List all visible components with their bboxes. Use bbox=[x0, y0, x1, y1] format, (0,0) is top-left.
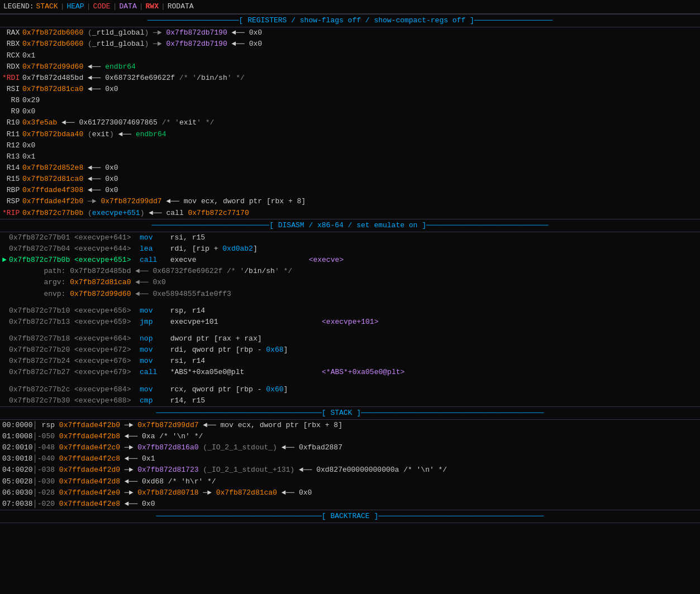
legend-data: DATA bbox=[120, 1, 137, 12]
reg-rsp: RSP 0x7ffdade4f2b0 ─► 0x7fb872d99dd7 ◄──… bbox=[2, 196, 698, 207]
disasm-row-9: 0x7fb872c77b27 <execvpe+679> call *ABS*+… bbox=[2, 367, 698, 378]
disasm-row-5: 0x7fb872c77b13 <execvpe+659> jmp execvpe… bbox=[2, 317, 698, 328]
stack-row-4: 04:0020 │ -038 0x7ffdade4f2d0 ─► 0x7fb87… bbox=[2, 464, 698, 476]
reg-r14: R14 0x7fb872d852e8 ◄── 0x0 bbox=[2, 162, 698, 174]
legend-rwx: RWX bbox=[146, 1, 159, 12]
reg-rbp: RBP 0x7ffdade4f308 ◄── 0x0 bbox=[2, 185, 698, 196]
disasm-row-7: 0x7fb872c77b20 <execvpe+672> mov rdi, qw… bbox=[2, 344, 698, 356]
legend-rodata: RODATA bbox=[168, 1, 194, 12]
reg-rsi: RSI 0x7fb872d81ca0 ◄── 0x0 bbox=[2, 84, 698, 95]
disasm-row-10: 0x7fb872c77b2c <execvpe+684> mov rcx, qw… bbox=[2, 384, 698, 395]
disasm-section: 0x7fb872c77b01 <execvpe+641> mov rsi, r1… bbox=[0, 232, 700, 406]
reg-r13: R13 0x1 bbox=[2, 151, 698, 162]
reg-r8: R8 0x29 bbox=[2, 95, 698, 106]
stack-row-5: 05:0028 │ -030 0x7ffdade4f2d8 ◄── 0xd68 … bbox=[2, 476, 698, 487]
stack-row-7: 07:0038 │ -020 0x7ffdade4f2e8 ◄── 0x0 bbox=[2, 499, 698, 510]
reg-r10: R10 0x3fe5ab ◄── 0x6172730074697865 /* '… bbox=[2, 117, 698, 128]
reg-rdx: RDX 0x7fb872d99d60 ◄── endbr64 bbox=[2, 61, 698, 73]
reg-rip: *RIP 0x7fb872c77b0b (execvpe+651) ◄── ca… bbox=[2, 208, 698, 219]
reg-rdi: *RDI 0x7fb872d485bd ◄── 0x68732f6e69622f… bbox=[2, 73, 698, 84]
stack-section: 00:0000 │ rsp 0x7ffdade4f2b0 ─► 0x7fb872… bbox=[0, 420, 700, 510]
stack-row-6: 06:0030 │ -028 0x7ffdade4f2e0 ─► 0x7fb87… bbox=[2, 487, 698, 499]
disasm-header: ───────────────────────────[ DISASM / x8… bbox=[0, 219, 700, 232]
registers-section: RAX 0x7fb872db6060 (_rtld_global) ─► 0x7… bbox=[0, 27, 700, 218]
reg-rax: RAX 0x7fb872db6060 (_rtld_global) ─► 0x7… bbox=[2, 27, 698, 39]
legend-bar: LEGEND: STACK | HEAP | CODE | DATA | RWX… bbox=[0, 0, 700, 14]
disasm-row-active: ► 0x7fb872c77b0b <execvpe+651> call exec… bbox=[2, 255, 698, 266]
stack-row-3: 03:0018 │ -040 0x7ffdade4f2c8 ◄── 0x1 bbox=[2, 453, 698, 464]
disasm-row-2: 0x7fb872c77b04 <execvpe+644> lea rdi, [r… bbox=[2, 243, 698, 255]
reg-r11: R11 0x7fb872bdaa40 (exit) ◄── endbr64 bbox=[2, 129, 698, 140]
legend-label: LEGEND: bbox=[3, 1, 34, 12]
reg-r12: R12 0x0 bbox=[2, 140, 698, 151]
disasm-row-11: 0x7fb872c77b30 <execvpe+688> cmp r14, r1… bbox=[2, 395, 698, 406]
reg-rcx: RCX 0x1 bbox=[2, 50, 698, 61]
legend-code: CODE bbox=[93, 1, 110, 12]
disasm-arg-path: path: 0x7fb872d485bd ◄── 0x68732f6e69622… bbox=[2, 266, 698, 277]
legend-heap: HEAP bbox=[66, 1, 84, 12]
reg-r9: R9 0x0 bbox=[2, 106, 698, 117]
stack-row-2: 02:0010 │ -048 0x7ffdade4f2c0 ─► 0x7fb87… bbox=[2, 442, 698, 453]
registers-header: ─────────────────────[ REGISTERS / show-… bbox=[0, 14, 700, 27]
stack-header: ──────────────────────────────────────[ … bbox=[0, 406, 700, 420]
disasm-row-6: 0x7fb872c77b18 <execvpe+664> nop dword p… bbox=[2, 333, 698, 344]
disasm-row-1: 0x7fb872c77b01 <execvpe+641> mov rsi, r1… bbox=[2, 232, 698, 243]
reg-r15: R15 0x7fb872d81ca0 ◄── 0x0 bbox=[2, 174, 698, 185]
stack-row-0: 00:0000 │ rsp 0x7ffdade4f2b0 ─► 0x7fb872… bbox=[2, 420, 698, 431]
reg-rbx: RBX 0x7fb872db6060 (_rtld_global) ─► 0x7… bbox=[2, 39, 698, 50]
disasm-row-4: 0x7fb872c77b10 <execvpe+656> mov rsp, r1… bbox=[2, 305, 698, 317]
stack-row-1: 01:0008 │ -050 0x7ffdade4f2b8 ◄── 0xa /*… bbox=[2, 431, 698, 442]
disasm-arg-argv: argv: 0x7fb872d81ca0 ◄── 0x0 bbox=[2, 277, 698, 288]
disasm-arg-envp: envp: 0x7fb872d99d60 ◄── 0xe5894855fa1e0… bbox=[2, 289, 698, 300]
disasm-row-8: 0x7fb872c77b24 <execvpe+676> mov rsi, r1… bbox=[2, 356, 698, 367]
legend-stack: STACK bbox=[36, 1, 58, 12]
backtrace-header: ──────────────────────────────────────[ … bbox=[0, 510, 700, 523]
